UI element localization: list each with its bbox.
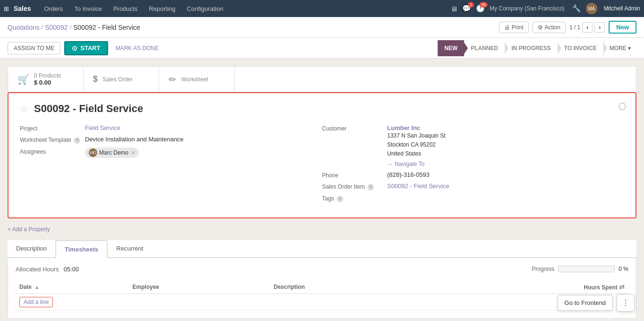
pipeline-step-planned[interactable]: PLANNED: [464, 40, 505, 56]
help-icon-tags[interactable]: ?: [337, 196, 343, 202]
go-to-frontend-button[interactable]: Go to Frontend: [558, 295, 613, 311]
metrics-bar: 🛒 0 Products $ 0.00 $ Sales Order ✏ Work…: [8, 66, 636, 92]
add-line-button[interactable]: Add a line: [19, 297, 53, 307]
new-button[interactable]: New: [609, 21, 636, 34]
status-actions: ASSIGN TO ME ⊙ START MARK AS DONE: [8, 41, 438, 55]
arrow-right-icon: →: [387, 161, 393, 167]
field-label-project: Project: [20, 124, 81, 132]
tab-bar: Description Timesheets Recurrent: [8, 240, 636, 258]
form-title: S00092 - Field Service: [34, 103, 143, 115]
customer-address: 1337 N San Joaquin St Stockton CA 95202 …: [387, 131, 445, 159]
field-assignees: Assignees MD Marc Demo ×: [20, 147, 322, 158]
pipeline-more[interactable]: MORE ▾: [603, 40, 636, 56]
metric-sales-order-label: Sales Order: [102, 76, 133, 83]
pager-next[interactable]: ›: [594, 22, 605, 33]
navigate-to-link[interactable]: → Navigate To: [387, 161, 445, 167]
timesheets-section: Allocated Hours 05:00 Progress 0 % Date …: [8, 258, 636, 319]
nav-orders[interactable]: Orders: [40, 3, 68, 14]
assignee-avatar: MD: [89, 148, 97, 157]
nav-reporting[interactable]: Reporting: [144, 3, 180, 14]
field-value-project[interactable]: Field Service: [85, 124, 120, 131]
activity-icon[interactable]: 🕐 36: [476, 4, 485, 13]
assign-me-button[interactable]: ASSIGN TO ME: [8, 42, 60, 54]
cart-icon: 🛒: [17, 74, 29, 85]
breadcrumb-bar: Quotations / S00092 / S00092 - Field Ser…: [0, 17, 644, 38]
progress-bar: [558, 266, 615, 272]
col-description[interactable]: Description: [270, 280, 429, 294]
tab-timesheets[interactable]: Timesheets: [55, 240, 108, 258]
user-name[interactable]: Mitchell Admin: [604, 5, 640, 12]
grid-icon[interactable]: ⊞: [4, 5, 9, 12]
wrench-icon[interactable]: 🔧: [572, 4, 581, 13]
pager-prev[interactable]: ‹: [582, 22, 593, 33]
exchange-icon[interactable]: ⇄: [619, 283, 625, 291]
field-phone: Phone (828)-316-0593: [322, 171, 624, 179]
user-avatar: MA: [586, 3, 597, 14]
dollar-icon: $: [93, 74, 98, 84]
breadcrumb: Quotations / S00092 / S00092 - Field Ser…: [8, 24, 499, 31]
field-label-assignees: Assignees: [20, 147, 81, 155]
form-radio[interactable]: [619, 103, 626, 110]
field-worksheet-template: Worksheet Template ? Device Installation…: [20, 136, 322, 144]
col-employee[interactable]: Employee: [129, 280, 270, 294]
field-project: Project Field Service: [20, 124, 322, 132]
col-date[interactable]: Date ▲: [16, 280, 129, 294]
assignee-name: Marc Demo: [99, 149, 128, 156]
chat-icon[interactable]: 💬 1: [462, 4, 471, 13]
activity-badge: 36: [479, 2, 488, 8]
status-bar: ASSIGN TO ME ⊙ START MARK AS DONE NEW PL…: [0, 38, 644, 59]
field-label-worksheet: Worksheet Template ?: [20, 136, 81, 144]
mark-done-button[interactable]: MARK AS DONE: [112, 43, 162, 54]
form-fields: Project Field Service Worksheet Template…: [20, 122, 624, 208]
field-tags: Tags ?: [322, 194, 624, 202]
help-icon-worksheet[interactable]: ?: [74, 137, 80, 144]
remove-assignee-icon[interactable]: ×: [131, 149, 135, 156]
add-property-button[interactable]: + Add a Property: [8, 226, 636, 233]
allocated-hours-value[interactable]: 05:00: [64, 266, 79, 273]
breadcrumb-s00092[interactable]: S00092: [45, 24, 68, 31]
progress-label: Progress: [532, 266, 554, 272]
nav-configuration[interactable]: Configuration: [182, 3, 228, 14]
printer-icon: 🖨: [504, 24, 510, 31]
company-name: My Company (San Francisco): [490, 5, 565, 12]
star-icon[interactable]: ☆: [20, 103, 28, 114]
bottom-buttons: Go to Frontend ⋮: [558, 294, 635, 312]
pipeline-step-to-invoice[interactable]: TO INVOICE: [558, 40, 603, 56]
help-icon-soi[interactable]: ?: [367, 184, 374, 191]
breadcrumb-sep2: /: [70, 24, 72, 31]
metric-products[interactable]: 🛒 0 Products $ 0.00: [8, 67, 84, 92]
print-button[interactable]: 🖨 Print: [499, 22, 529, 33]
field-value-soi[interactable]: S00092 - Field Service: [387, 182, 449, 190]
tab-description[interactable]: Description: [8, 240, 55, 258]
pencil-icon: ✏: [169, 74, 177, 85]
customer-name[interactable]: Lumber Inc: [387, 124, 445, 131]
field-group-left: Project Field Service Worksheet Template…: [20, 122, 322, 208]
field-value-phone: (828)-316-0593: [387, 171, 430, 178]
pipeline-step-new[interactable]: NEW: [438, 40, 464, 56]
nav-to-invoice[interactable]: To Invoice: [69, 3, 107, 14]
breadcrumb-sep1: /: [42, 24, 43, 31]
action-button[interactable]: ⚙ Action: [533, 22, 566, 33]
metric-sales-order[interactable]: $ Sales Order: [84, 67, 159, 92]
metric-worksheet[interactable]: ✏ Worksheet: [159, 67, 235, 92]
kebab-menu-button[interactable]: ⋮: [617, 294, 635, 312]
sort-icon: ▲: [34, 285, 39, 290]
screen-icon[interactable]: 🖥: [450, 5, 458, 13]
start-button[interactable]: ⊙ START: [64, 41, 108, 55]
pipeline-step-in-progress[interactable]: IN PROGRESS: [505, 40, 557, 56]
nav-products[interactable]: Products: [109, 3, 142, 14]
pipeline: NEW PLANNED IN PROGRESS TO INVOICE MORE …: [438, 40, 636, 56]
right-icons: 🖥 💬 1 🕐 36 My Company (San Francisco) 🔧 …: [450, 3, 640, 14]
field-sales-order-item: Sales Order Item ? S00092 - Field Servic…: [322, 182, 624, 191]
timesheets-table: Date ▲ Employee Description Hours Spent …: [16, 280, 628, 311]
pager: 1 / 1 ‹ ›: [569, 22, 605, 33]
nav-links: Orders To Invoice Products Reporting Con…: [40, 3, 228, 14]
field-label-soi: Sales Order Item ?: [322, 182, 383, 191]
assignee-tag[interactable]: MD Marc Demo ×: [85, 147, 139, 158]
field-value-worksheet[interactable]: Device Installation and Maintenance: [85, 136, 184, 143]
breadcrumb-quotations[interactable]: Quotations: [8, 24, 40, 31]
col-hours-spent[interactable]: Hours Spent ⇄: [429, 280, 628, 294]
main-content: 🛒 0 Products $ 0.00 $ Sales Order ✏ Work…: [0, 59, 644, 321]
form-card: ☆ S00092 - Field Service Project Field S…: [8, 92, 636, 218]
tab-recurrent[interactable]: Recurrent: [108, 240, 152, 258]
